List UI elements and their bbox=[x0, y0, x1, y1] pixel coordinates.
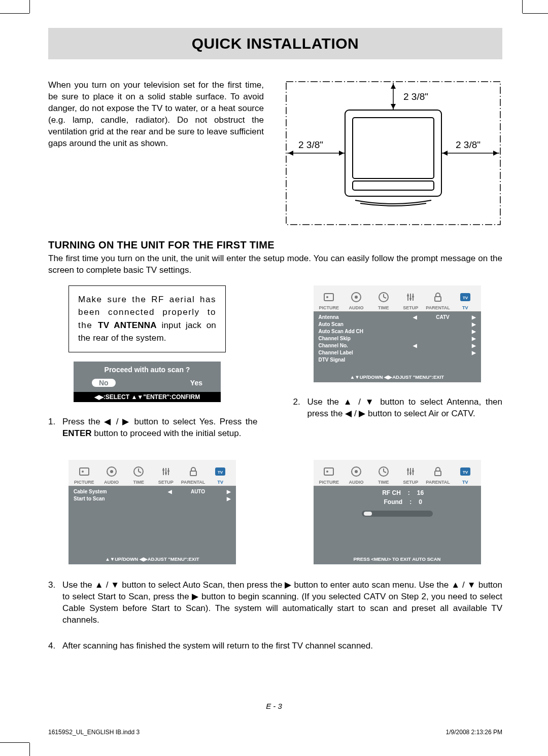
svg-point-14 bbox=[326, 296, 328, 298]
osd-row[interactable]: Channel Skip▶ bbox=[319, 335, 476, 342]
audio-icon bbox=[349, 291, 363, 305]
svg-rect-35 bbox=[324, 468, 333, 475]
picture-icon bbox=[322, 291, 336, 305]
osd-tab-audio[interactable]: AUDIO bbox=[342, 291, 370, 310]
osd-scanning-panel: PICTUREAUDIOTIMESETUPPARENTALTVTV RF CH:… bbox=[314, 460, 481, 564]
gap-top-label: 2 3/8" bbox=[403, 91, 428, 102]
osd-tab-parental[interactable]: PARENTAL bbox=[424, 465, 452, 485]
svg-marker-12 bbox=[493, 151, 498, 156]
osd-row[interactable]: Channel Label▶ bbox=[319, 349, 476, 356]
step-1: 1. Press the ◀ / ▶ button to select Yes.… bbox=[48, 416, 258, 440]
page-number: E - 3 bbox=[0, 702, 548, 710]
osd-autoscan-menu: PICTUREAUDIOTIMESETUPPARENTALTVTV Cable … bbox=[68, 460, 236, 564]
tv-icon: TV bbox=[458, 291, 472, 305]
step-4: 4.After scanning has finished the system… bbox=[48, 640, 502, 652]
parental-icon bbox=[186, 465, 200, 479]
time-icon bbox=[376, 291, 391, 305]
dialog-question: Proceed with auto scan ? bbox=[74, 362, 221, 379]
osd-tab-tv[interactable]: TVTV bbox=[207, 465, 234, 485]
svg-point-42 bbox=[412, 470, 414, 472]
footer-filename: 16159S2_UL_ENGLISH IB.indd 3 bbox=[48, 729, 140, 736]
section-heading: TURNING ON THE UNIT FOR THE FIRST TIME bbox=[48, 239, 502, 251]
osd-row[interactable]: Start to Scan▶ bbox=[74, 495, 231, 502]
osd-row[interactable]: Channel No.◀▶ bbox=[319, 342, 476, 349]
svg-rect-2 bbox=[353, 118, 434, 178]
clearance-diagram: 2 3/8" 2 3/8" 2 3/8" bbox=[284, 80, 502, 227]
svg-marker-6 bbox=[391, 104, 396, 109]
dialog-yes-option[interactable]: Yes bbox=[190, 379, 202, 387]
osd-tab-time[interactable]: TIME bbox=[125, 465, 152, 485]
osd-tab-picture[interactable]: PICTURE bbox=[316, 291, 343, 310]
osd-tab-picture[interactable]: PICTURE bbox=[71, 465, 98, 485]
svg-text:TV: TV bbox=[218, 470, 223, 475]
svg-text:TV: TV bbox=[463, 296, 468, 300]
picture-icon bbox=[322, 465, 336, 479]
osd-tab-audio[interactable]: AUDIO bbox=[98, 465, 125, 485]
svg-point-19 bbox=[409, 298, 412, 300]
svg-point-20 bbox=[412, 296, 414, 298]
osd-tab-audio[interactable]: AUDIO bbox=[342, 465, 370, 485]
footer-timestamp: 1/9/2008 2:13:26 PM bbox=[446, 729, 502, 736]
audio-icon bbox=[105, 465, 119, 479]
step-2: 2. Use the ▲ / ▼ button to select Antenn… bbox=[293, 397, 503, 420]
setup-icon bbox=[403, 291, 418, 305]
parental-icon bbox=[431, 291, 445, 305]
svg-point-38 bbox=[355, 470, 358, 473]
svg-rect-32 bbox=[190, 471, 196, 476]
svg-point-41 bbox=[409, 472, 412, 474]
osd-tab-tv[interactable]: TVTV bbox=[452, 465, 479, 485]
audio-icon bbox=[349, 465, 363, 479]
osd-tab-picture[interactable]: PICTURE bbox=[316, 465, 343, 485]
page-title: QUICK INSTALLATION bbox=[48, 28, 502, 59]
svg-point-16 bbox=[355, 296, 358, 299]
tv-icon: TV bbox=[458, 465, 472, 479]
parental-icon bbox=[431, 465, 445, 479]
svg-rect-21 bbox=[435, 297, 441, 301]
osd-tab-setup[interactable]: SETUP bbox=[397, 291, 425, 310]
dialog-footer: ◀▶:SELECT ▲▼"ENTER":CONFIRM bbox=[74, 392, 221, 402]
section-text: The first time you turn on the unit, the… bbox=[48, 253, 502, 276]
rf-antenna-note: Make sure the RF aerial has been connect… bbox=[68, 285, 226, 352]
setup-icon bbox=[159, 465, 173, 479]
step-3: 3.Use the ▲ / ▼ button to select Auto Sc… bbox=[48, 580, 502, 626]
intro-paragraph: When you turn on your television set for… bbox=[48, 80, 264, 227]
svg-point-25 bbox=[82, 471, 84, 473]
svg-marker-5 bbox=[391, 84, 396, 89]
time-icon bbox=[131, 465, 146, 479]
svg-point-29 bbox=[162, 469, 164, 471]
osd-tab-time[interactable]: TIME bbox=[370, 291, 397, 310]
osd-tv-menu: PICTUREAUDIOTIMESETUPPARENTALTVTV Antenn… bbox=[314, 285, 481, 382]
osd-tab-parental[interactable]: PARENTAL bbox=[180, 465, 207, 485]
dialog-no-option[interactable]: No bbox=[92, 379, 116, 387]
svg-point-36 bbox=[326, 471, 328, 473]
scan-progress-bar bbox=[362, 511, 433, 517]
svg-marker-11 bbox=[442, 151, 448, 156]
osd-tab-time[interactable]: TIME bbox=[370, 465, 397, 485]
osd-row[interactable]: Antenna◀CATV▶ bbox=[319, 314, 476, 321]
gap-left-label: 2 3/8" bbox=[298, 139, 323, 150]
svg-marker-8 bbox=[288, 151, 293, 156]
osd-row[interactable]: DTV Signal bbox=[319, 356, 476, 364]
tv-icon: TV bbox=[213, 465, 227, 479]
osd-tab-setup[interactable]: SETUP bbox=[397, 465, 425, 485]
picture-icon bbox=[77, 465, 91, 479]
autoscan-prompt: Proceed with auto scan ? No Yes ◀▶:SELEC… bbox=[74, 362, 221, 402]
osd-tab-parental[interactable]: PARENTAL bbox=[424, 291, 452, 310]
svg-point-18 bbox=[407, 295, 409, 297]
time-icon bbox=[376, 465, 391, 479]
gap-right-label: 2 3/8" bbox=[456, 139, 481, 150]
svg-point-30 bbox=[165, 472, 167, 474]
svg-rect-13 bbox=[324, 294, 333, 301]
osd-tab-setup[interactable]: SETUP bbox=[152, 465, 180, 485]
svg-point-27 bbox=[110, 470, 113, 473]
svg-text:TV: TV bbox=[463, 470, 468, 475]
osd-row[interactable]: Auto Scan▶ bbox=[319, 321, 476, 328]
osd-tab-tv[interactable]: TVTV bbox=[452, 291, 479, 310]
svg-rect-43 bbox=[435, 471, 441, 476]
svg-rect-3 bbox=[353, 181, 434, 190]
osd-row[interactable]: Cable System◀AUTO▶ bbox=[74, 488, 231, 495]
svg-marker-9 bbox=[339, 151, 344, 156]
setup-icon bbox=[403, 465, 418, 479]
osd-row[interactable]: Auto Scan Add CH▶ bbox=[319, 328, 476, 335]
svg-point-31 bbox=[167, 470, 169, 472]
